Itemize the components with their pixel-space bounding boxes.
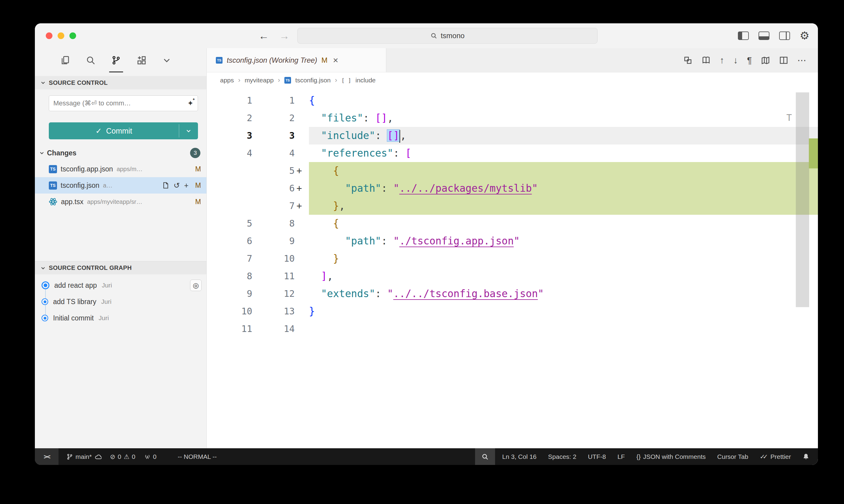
code-text[interactable]: { — [309, 92, 818, 109]
code-line[interactable]: 7+ }, — [207, 197, 818, 215]
code-line[interactable]: 1114 — [207, 320, 818, 338]
scm-file-row-selected[interactable]: TS tsconfig.json a… ↺ + M — [35, 177, 206, 194]
source-control-icon[interactable] — [111, 48, 121, 72]
new-line-number[interactable]: 14 — [252, 320, 295, 338]
code-text[interactable]: }, — [309, 197, 818, 215]
new-line-number[interactable]: 2 — [252, 109, 295, 127]
diff-editor[interactable]: 11{22 "files": [],33 "include": [],44 "r… — [207, 88, 818, 448]
code-line[interactable]: 5+ { — [207, 162, 818, 180]
code-line[interactable]: 1013} — [207, 303, 818, 320]
code-line[interactable]: 69 "path": "./tsconfig.app.json" — [207, 232, 818, 250]
commit-row[interactable]: add TS library Juri — [35, 293, 206, 310]
tab-tsconfig-working-tree[interactable]: TS tsconfig.json (Working Tree) M × — [207, 48, 386, 72]
checkout-target-icon[interactable]: ◎ — [190, 280, 202, 291]
code-line[interactable]: 11{ — [207, 92, 818, 109]
code-text[interactable]: { — [309, 215, 818, 232]
extensions-icon[interactable] — [137, 48, 147, 72]
breadcrumb-item-file[interactable]: tsconfig.json — [295, 77, 331, 84]
code-line[interactable]: 58 { — [207, 215, 818, 232]
scm-file-row[interactable]: TS tsconfig.app.json apps/m… M — [35, 161, 206, 177]
toggle-panel-icon[interactable] — [758, 32, 770, 40]
new-line-number[interactable]: 1 — [252, 92, 295, 109]
code-text[interactable] — [309, 320, 818, 338]
new-line-number[interactable]: 5 — [252, 162, 295, 180]
zoom-indicator[interactable] — [475, 448, 495, 465]
new-line-number[interactable]: 7 — [252, 197, 295, 215]
new-line-number[interactable]: 8 — [252, 215, 295, 232]
old-line-number[interactable]: 2 — [207, 109, 252, 127]
old-line-number[interactable]: 10 — [207, 303, 252, 320]
source-control-section-header[interactable]: SOURCE CONTROL — [35, 76, 206, 89]
new-line-number[interactable]: 11 — [252, 267, 295, 285]
remote-indicator[interactable]: >< — [35, 448, 58, 465]
old-line-number[interactable] — [207, 197, 252, 215]
commit-row[interactable]: add react app Juri ◎ — [35, 277, 206, 293]
old-line-number[interactable]: 7 — [207, 250, 252, 267]
search-view-icon[interactable] — [86, 48, 96, 72]
command-center-search[interactable]: tsmono — [297, 28, 598, 43]
toggle-secondary-sidebar-icon[interactable] — [779, 32, 790, 40]
code-text[interactable]: { — [309, 162, 818, 180]
breadcrumb-item-apps[interactable]: apps — [220, 77, 234, 84]
code-line[interactable]: 44 "references": [ — [207, 144, 818, 162]
code-line[interactable]: 710 } — [207, 250, 818, 267]
additional-views-chevron-icon[interactable] — [162, 48, 171, 72]
encoding-indicator[interactable]: UTF-8 — [588, 453, 606, 461]
code-text[interactable]: "include": [], — [309, 127, 818, 144]
compare-changes-icon[interactable] — [683, 56, 692, 65]
more-actions-icon[interactable]: ⋯ — [797, 56, 806, 65]
old-line-number[interactable]: 5 — [207, 215, 252, 232]
changes-tree-header[interactable]: Changes 3 — [35, 145, 206, 161]
navigate-back-icon[interactable]: ← — [259, 30, 269, 42]
new-line-number[interactable]: 6 — [252, 180, 295, 197]
code-text[interactable]: "path": "../../packages/mytslib" — [309, 180, 818, 197]
navigate-forward-icon[interactable]: → — [279, 30, 290, 42]
code-text[interactable]: "references": [ — [309, 144, 818, 162]
code-line[interactable]: 912 "extends": "../../tsconfig.base.json… — [207, 285, 818, 303]
notifications-bell-icon[interactable] — [803, 453, 809, 460]
close-window-button[interactable] — [46, 32, 52, 39]
breadcrumb-item-myviteapp[interactable]: myviteapp — [245, 77, 274, 84]
explorer-icon[interactable] — [60, 48, 70, 72]
cursor-position[interactable]: Ln 3, Col 16 — [502, 453, 537, 461]
cursor-tab-indicator[interactable]: Cursor Tab — [717, 453, 748, 461]
old-line-number[interactable]: 9 — [207, 285, 252, 303]
minimize-window-button[interactable] — [57, 32, 64, 39]
stage-changes-icon[interactable]: + — [184, 181, 189, 190]
map-icon[interactable] — [761, 56, 770, 65]
code-line[interactable]: 811 ], — [207, 267, 818, 285]
previous-change-icon[interactable]: ↑ — [720, 56, 724, 65]
toggle-primary-sidebar-icon[interactable] — [738, 32, 749, 40]
maximize-window-button[interactable] — [69, 32, 76, 39]
problems-indicator[interactable]: ⊘ 0 ⚠ 0 — [110, 453, 136, 461]
code-text[interactable]: "files": [], — [309, 109, 818, 127]
split-editor-icon[interactable] — [779, 56, 788, 65]
code-text[interactable]: ], — [309, 267, 818, 285]
old-line-number[interactable]: 3 — [207, 127, 252, 144]
code-line[interactable]: 22 "files": [], — [207, 109, 818, 127]
language-mode-indicator[interactable]: {} JSON with Comments — [636, 453, 706, 461]
indentation-indicator[interactable]: Spaces: 2 — [548, 453, 576, 461]
code-text[interactable]: "path": "./tsconfig.app.json" — [309, 232, 818, 250]
open-preview-icon[interactable] — [702, 56, 711, 65]
commit-message-input[interactable]: Message (⌘⏎ to comm… ✦✦ — [49, 95, 198, 111]
open-file-icon[interactable] — [162, 182, 169, 189]
new-line-number[interactable]: 12 — [252, 285, 295, 303]
new-line-number[interactable]: 3 — [252, 127, 295, 144]
sparkle-icon[interactable]: ✦✦ — [187, 99, 193, 108]
code-text[interactable]: "extends": "../../tsconfig.base.json" — [309, 285, 818, 303]
close-tab-icon[interactable]: × — [333, 55, 338, 66]
ports-indicator[interactable]: 0 — [144, 453, 157, 461]
new-line-number[interactable]: 4 — [252, 144, 295, 162]
source-control-graph-header[interactable]: SOURCE CONTROL GRAPH — [35, 261, 206, 274]
new-line-number[interactable]: 10 — [252, 250, 295, 267]
new-line-number[interactable]: 9 — [252, 232, 295, 250]
old-line-number[interactable]: 8 — [207, 267, 252, 285]
old-line-number[interactable]: 6 — [207, 232, 252, 250]
code-text[interactable]: } — [309, 303, 818, 320]
commit-dropdown-button[interactable] — [179, 122, 198, 139]
vim-mode-indicator[interactable]: -- NORMAL -- — [178, 453, 217, 461]
old-line-number[interactable]: 1 — [207, 92, 252, 109]
scm-file-row[interactable]: app.tsx apps/myviteapp/sr… M — [35, 194, 206, 210]
old-line-number[interactable]: 11 — [207, 320, 252, 338]
